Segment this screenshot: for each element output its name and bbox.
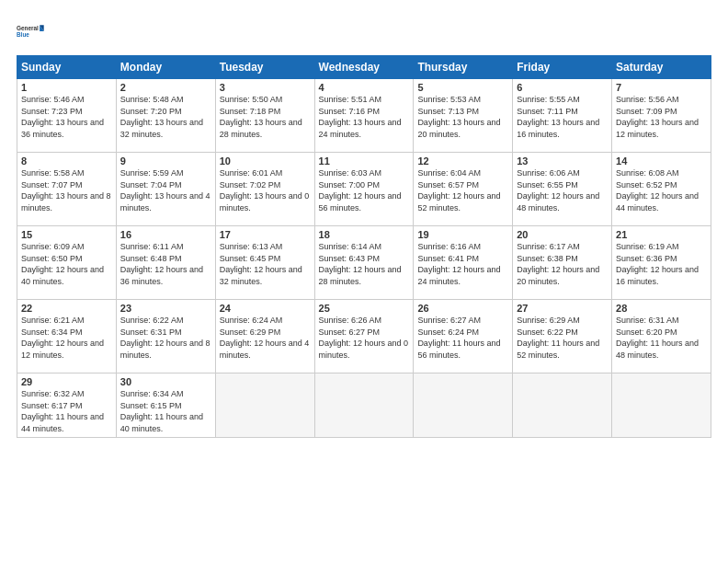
- day-info: Sunrise: 6:09 AMSunset: 6:50 PMDaylight:…: [21, 241, 112, 287]
- weekday-header-sunday: Sunday: [17, 56, 117, 79]
- day-info: Sunrise: 6:16 AMSunset: 6:41 PMDaylight:…: [417, 241, 508, 287]
- calendar-cell: 10Sunrise: 6:01 AMSunset: 7:02 PMDayligh…: [215, 153, 314, 226]
- day-number: 18: [319, 229, 410, 240]
- calendar-cell: 28Sunrise: 6:31 AMSunset: 6:20 PMDayligh…: [612, 300, 711, 373]
- weekday-header-tuesday: Tuesday: [215, 56, 314, 79]
- day-info: Sunrise: 5:56 AMSunset: 7:09 PMDaylight:…: [616, 94, 707, 140]
- day-info: Sunrise: 6:04 AMSunset: 6:57 PMDaylight:…: [417, 167, 508, 213]
- day-number: 12: [417, 155, 508, 167]
- day-info: Sunrise: 5:48 AMSunset: 7:20 PMDaylight:…: [120, 94, 211, 140]
- weekday-header-thursday: Thursday: [414, 56, 513, 79]
- day-info: Sunrise: 6:11 AMSunset: 6:48 PMDaylight:…: [120, 241, 211, 287]
- week-row-1: 1Sunrise: 5:46 AMSunset: 7:23 PMDaylight…: [17, 79, 711, 153]
- day-number: 17: [220, 229, 311, 240]
- day-number: 28: [616, 303, 707, 314]
- day-info: Sunrise: 6:34 AMSunset: 6:15 PMDaylight:…: [120, 388, 211, 434]
- day-number: 23: [120, 303, 211, 314]
- week-row-4: 22Sunrise: 6:21 AMSunset: 6:34 PMDayligh…: [17, 300, 711, 373]
- logo: GeneralBlue: [17, 17, 46, 46]
- header: GeneralBlue: [17, 17, 711, 46]
- day-number: 25: [319, 303, 410, 314]
- calendar-cell: 14Sunrise: 6:08 AMSunset: 6:52 PMDayligh…: [612, 153, 711, 226]
- weekday-header-saturday: Saturday: [612, 56, 711, 79]
- day-info: Sunrise: 6:21 AMSunset: 6:34 PMDaylight:…: [21, 315, 112, 361]
- day-number: 15: [21, 229, 112, 240]
- day-info: Sunrise: 5:51 AMSunset: 7:16 PMDaylight:…: [319, 94, 410, 140]
- day-info: Sunrise: 6:17 AMSunset: 6:38 PMDaylight:…: [517, 241, 608, 287]
- day-number: 26: [417, 303, 508, 314]
- weekday-header-monday: Monday: [116, 56, 215, 79]
- day-number: 14: [616, 155, 707, 167]
- day-number: 21: [616, 229, 707, 240]
- calendar-cell: 16Sunrise: 6:11 AMSunset: 6:48 PMDayligh…: [116, 226, 215, 300]
- calendar-cell: 3Sunrise: 5:50 AMSunset: 7:18 PMDaylight…: [215, 79, 314, 153]
- calendar-cell: 26Sunrise: 6:27 AMSunset: 6:24 PMDayligh…: [414, 300, 513, 373]
- calendar-cell: 21Sunrise: 6:19 AMSunset: 6:36 PMDayligh…: [612, 226, 711, 300]
- calendar-cell: 30Sunrise: 6:34 AMSunset: 6:15 PMDayligh…: [116, 373, 215, 438]
- day-info: Sunrise: 6:19 AMSunset: 6:36 PMDaylight:…: [616, 241, 707, 287]
- calendar-cell: 13Sunrise: 6:06 AMSunset: 6:55 PMDayligh…: [513, 153, 612, 226]
- calendar-cell: 12Sunrise: 6:04 AMSunset: 6:57 PMDayligh…: [414, 153, 513, 226]
- day-info: Sunrise: 6:31 AMSunset: 6:20 PMDaylight:…: [616, 315, 707, 361]
- calendar-cell: 6Sunrise: 5:55 AMSunset: 7:11 PMDaylight…: [513, 79, 612, 153]
- day-number: 19: [417, 229, 508, 240]
- calendar-cell: 4Sunrise: 5:51 AMSunset: 7:16 PMDaylight…: [314, 79, 414, 153]
- calendar-cell: 7Sunrise: 5:56 AMSunset: 7:09 PMDaylight…: [612, 79, 711, 153]
- day-number: 3: [220, 82, 311, 93]
- calendar-cell: 5Sunrise: 5:53 AMSunset: 7:13 PMDaylight…: [414, 79, 513, 153]
- calendar-cell: 9Sunrise: 5:59 AMSunset: 7:04 PMDaylight…: [116, 153, 215, 226]
- day-number: 29: [21, 376, 112, 387]
- day-number: 30: [120, 376, 211, 387]
- calendar-cell: 17Sunrise: 6:13 AMSunset: 6:45 PMDayligh…: [215, 226, 314, 300]
- calendar-cell: [513, 373, 612, 438]
- calendar-cell: 8Sunrise: 5:58 AMSunset: 7:07 PMDaylight…: [17, 153, 117, 226]
- day-number: 6: [517, 82, 608, 93]
- day-number: 11: [319, 155, 410, 167]
- day-info: Sunrise: 5:59 AMSunset: 7:04 PMDaylight:…: [120, 167, 211, 213]
- calendar-cell: 27Sunrise: 6:29 AMSunset: 6:22 PMDayligh…: [513, 300, 612, 373]
- day-info: Sunrise: 6:24 AMSunset: 6:29 PMDaylight:…: [220, 315, 311, 361]
- day-number: 5: [417, 82, 508, 93]
- day-info: Sunrise: 6:22 AMSunset: 6:31 PMDaylight:…: [120, 315, 211, 361]
- calendar-cell: 2Sunrise: 5:48 AMSunset: 7:20 PMDaylight…: [116, 79, 215, 153]
- day-number: 9: [120, 155, 211, 167]
- week-row-3: 15Sunrise: 6:09 AMSunset: 6:50 PMDayligh…: [17, 226, 711, 300]
- weekday-header-wednesday: Wednesday: [314, 56, 414, 79]
- calendar-cell: 1Sunrise: 5:46 AMSunset: 7:23 PMDaylight…: [17, 79, 117, 153]
- day-number: 2: [120, 82, 211, 93]
- logo-icon: GeneralBlue: [17, 17, 46, 46]
- day-number: 8: [21, 155, 112, 167]
- calendar-cell: 24Sunrise: 6:24 AMSunset: 6:29 PMDayligh…: [215, 300, 314, 373]
- day-number: 1: [21, 82, 112, 93]
- day-info: Sunrise: 6:27 AMSunset: 6:24 PMDaylight:…: [417, 315, 508, 361]
- day-info: Sunrise: 6:01 AMSunset: 7:02 PMDaylight:…: [220, 167, 311, 213]
- day-info: Sunrise: 6:26 AMSunset: 6:27 PMDaylight:…: [319, 315, 410, 361]
- calendar-cell: 23Sunrise: 6:22 AMSunset: 6:31 PMDayligh…: [116, 300, 215, 373]
- day-info: Sunrise: 6:14 AMSunset: 6:43 PMDaylight:…: [319, 241, 410, 287]
- day-info: Sunrise: 6:13 AMSunset: 6:45 PMDaylight:…: [220, 241, 311, 287]
- day-info: Sunrise: 5:55 AMSunset: 7:11 PMDaylight:…: [517, 94, 608, 140]
- calendar-cell: 20Sunrise: 6:17 AMSunset: 6:38 PMDayligh…: [513, 226, 612, 300]
- calendar-cell: 25Sunrise: 6:26 AMSunset: 6:27 PMDayligh…: [314, 300, 414, 373]
- calendar-cell: 15Sunrise: 6:09 AMSunset: 6:50 PMDayligh…: [17, 226, 117, 300]
- calendar-table: SundayMondayTuesdayWednesdayThursdayFrid…: [17, 55, 711, 438]
- day-info: Sunrise: 6:03 AMSunset: 7:00 PMDaylight:…: [319, 167, 410, 213]
- day-info: Sunrise: 5:50 AMSunset: 7:18 PMDaylight:…: [220, 94, 311, 140]
- day-info: Sunrise: 6:29 AMSunset: 6:22 PMDaylight:…: [517, 315, 608, 361]
- svg-text:Blue: Blue: [17, 31, 29, 38]
- day-number: 24: [220, 303, 311, 314]
- calendar-cell: [414, 373, 513, 438]
- day-info: Sunrise: 6:32 AMSunset: 6:17 PMDaylight:…: [21, 388, 112, 434]
- calendar-cell: [314, 373, 414, 438]
- day-info: Sunrise: 6:06 AMSunset: 6:55 PMDaylight:…: [517, 167, 608, 213]
- calendar-page: GeneralBlue SundayMondayTuesdayWednesday…: [0, 0, 728, 563]
- day-number: 22: [21, 303, 112, 314]
- calendar-cell: 11Sunrise: 6:03 AMSunset: 7:00 PMDayligh…: [314, 153, 414, 226]
- day-number: 27: [517, 303, 608, 314]
- day-number: 10: [220, 155, 311, 167]
- calendar-cell: 19Sunrise: 6:16 AMSunset: 6:41 PMDayligh…: [414, 226, 513, 300]
- day-info: Sunrise: 5:46 AMSunset: 7:23 PMDaylight:…: [21, 94, 112, 140]
- day-number: 13: [517, 155, 608, 167]
- day-info: Sunrise: 5:58 AMSunset: 7:07 PMDaylight:…: [21, 167, 112, 213]
- day-number: 16: [120, 229, 211, 240]
